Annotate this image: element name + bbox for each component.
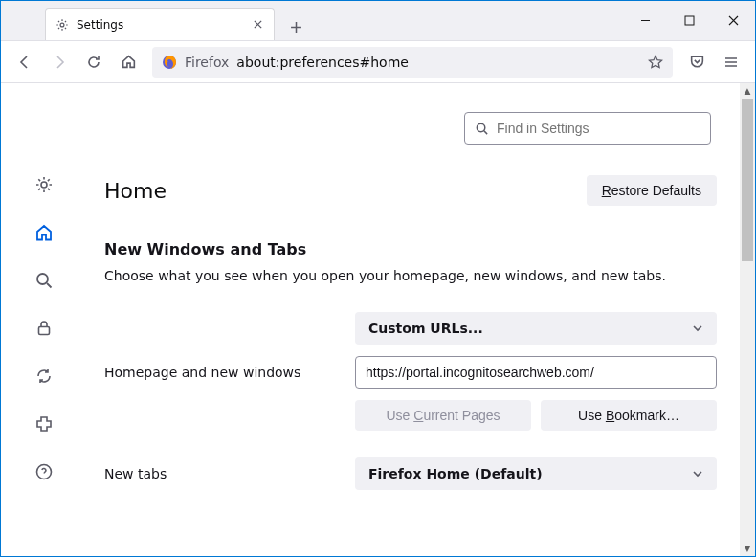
- address-bar[interactable]: Firefox about:preferences#home: [152, 47, 673, 78]
- homepage-url-input[interactable]: [355, 356, 717, 389]
- svg-rect-5: [39, 327, 50, 335]
- pocket-button[interactable]: [680, 46, 713, 78]
- scroll-up-arrow[interactable]: ▲: [740, 83, 755, 99]
- sidebar-sync-icon[interactable]: [33, 366, 55, 387]
- main-panel: Home Restore Defaults New Windows and Ta…: [87, 83, 755, 556]
- new-tab-button[interactable]: [282, 13, 309, 40]
- sidebar: [1, 83, 87, 556]
- sidebar-home-icon[interactable]: [33, 222, 55, 243]
- chevron-down-icon: [692, 468, 703, 479]
- svg-point-7: [477, 123, 484, 131]
- sidebar-extensions-icon[interactable]: [33, 413, 55, 434]
- window-controls: [623, 1, 755, 40]
- address-protocol: Firefox: [185, 55, 229, 70]
- tab-label: Settings: [77, 18, 243, 32]
- chevron-down-icon: [692, 323, 703, 334]
- scroll-thumb[interactable]: [742, 99, 753, 261]
- tab-settings[interactable]: Settings: [45, 8, 275, 40]
- svg-point-4: [37, 274, 48, 284]
- page-title: Home: [104, 179, 167, 203]
- homepage-label: Homepage and new windows: [104, 365, 344, 380]
- scroll-track[interactable]: [740, 99, 755, 541]
- forward-button[interactable]: [43, 46, 76, 78]
- sidebar-help-icon[interactable]: [33, 461, 55, 482]
- menu-button[interactable]: [715, 46, 747, 78]
- svg-rect-1: [685, 16, 694, 25]
- find-settings-input[interactable]: [497, 121, 700, 136]
- gear-icon: [56, 18, 69, 32]
- close-tab-icon[interactable]: [251, 18, 264, 32]
- newtabs-label: New tabs: [104, 466, 344, 481]
- sidebar-privacy-icon[interactable]: [33, 318, 55, 339]
- newtabs-value: Firefox Home (Default): [368, 466, 543, 481]
- minimize-button[interactable]: [623, 1, 667, 40]
- back-button[interactable]: [9, 46, 41, 78]
- vertical-scrollbar[interactable]: ▲ ▼: [740, 83, 755, 556]
- search-icon: [475, 122, 489, 136]
- maximize-button[interactable]: [667, 1, 711, 40]
- homepage-mode-select[interactable]: Custom URLs...: [355, 312, 717, 345]
- reload-button[interactable]: [78, 46, 110, 78]
- section-description: Choose what you see when you open your h…: [104, 268, 717, 283]
- scroll-down-arrow[interactable]: ▼: [740, 541, 755, 556]
- close-window-button[interactable]: [711, 1, 755, 40]
- home-button[interactable]: [112, 46, 145, 78]
- address-url: about:preferences#home: [236, 55, 409, 70]
- sidebar-general-icon[interactable]: [33, 174, 55, 195]
- sidebar-search-icon[interactable]: [33, 270, 55, 291]
- titlebar: Settings: [1, 1, 755, 41]
- find-settings-box[interactable]: [464, 112, 711, 145]
- toolbar: Firefox about:preferences#home: [1, 41, 755, 83]
- use-bookmark-button[interactable]: Use Bookmark…: [541, 400, 717, 431]
- restore-defaults-button[interactable]: Restore Defaults: [587, 175, 717, 206]
- tabs-area: Settings: [1, 1, 623, 40]
- bookmark-star-icon[interactable]: [648, 55, 663, 70]
- use-current-pages-button[interactable]: Use Current Pages: [355, 400, 531, 431]
- firefox-icon: [162, 55, 177, 70]
- homepage-mode-value: Custom URLs...: [368, 321, 483, 336]
- content-area: Home Restore Defaults New Windows and Ta…: [1, 83, 755, 556]
- svg-point-3: [41, 182, 47, 188]
- section-heading: New Windows and Tabs: [104, 240, 717, 258]
- newtabs-select[interactable]: Firefox Home (Default): [355, 457, 717, 490]
- svg-point-0: [60, 23, 64, 27]
